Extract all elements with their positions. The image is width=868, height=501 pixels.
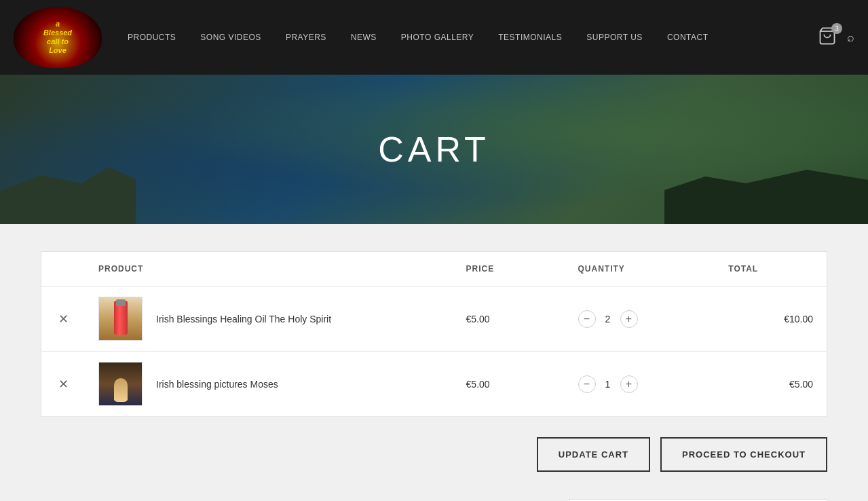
nav-item-contact[interactable]: CONTACT <box>655 33 721 42</box>
qty-increase-2[interactable]: + <box>620 375 638 393</box>
nav-item-testimonials[interactable]: TESTIMONIALS <box>486 33 574 42</box>
remove-cell-2: ✕ <box>41 352 86 417</box>
total-cell-1: €10.00 <box>715 286 827 352</box>
nav-item-support-us[interactable]: SUPPORT US <box>574 33 655 42</box>
qty-decrease-2[interactable]: − <box>578 375 596 393</box>
product-name-2: Irish blessing pictures Moses <box>156 379 278 390</box>
nav-right: 3 ⌕ <box>818 26 854 48</box>
price-cell-1: €5.00 <box>453 286 565 352</box>
cart-icon-button[interactable]: 3 <box>818 26 837 48</box>
nav-item-news[interactable]: NEWS <box>339 33 389 42</box>
cart-table: PRODUCT PRICE QUANTITY TOTAL ✕ Irish Ble… <box>41 251 827 417</box>
qty-value-2: 1 <box>603 379 614 390</box>
nav-item-song-videos[interactable]: SONG VIDEOS <box>188 33 273 42</box>
cart-row-2: ✕ Irish blessing pictures Moses €5.00 − … <box>41 352 827 417</box>
col-remove <box>41 252 86 286</box>
cart-count: 3 <box>831 23 842 34</box>
page-title: CART <box>378 129 490 170</box>
col-product: PRODUCT <box>85 252 453 286</box>
product-cell-1: Irish Blessings Healing Oil The Holy Spi… <box>85 286 453 352</box>
product-cell-2: Irish blessing pictures Moses <box>85 352 453 417</box>
price-cell-2: €5.00 <box>453 352 565 417</box>
search-icon[interactable]: ⌕ <box>847 31 854 45</box>
logo[interactable]: a Blessed call to Love <box>14 7 102 68</box>
update-cart-button[interactable]: UPDATE CART <box>537 437 650 472</box>
product-thumb-2 <box>98 362 143 406</box>
nav-item-products[interactable]: PRODUCTS <box>115 33 188 42</box>
col-total: TOTAL <box>715 252 827 286</box>
main-nav: PRODUCTS SONG VIDEOS PRAYERS NEWS PHOTO … <box>115 33 818 42</box>
col-price: PRICE <box>453 252 565 286</box>
hero-banner: CART <box>0 75 868 224</box>
qty-value-1: 2 <box>603 314 614 324</box>
proceed-to-checkout-button[interactable]: PROCEED To CHECKOUT <box>660 437 827 472</box>
remove-button-2[interactable]: ✕ <box>55 376 71 392</box>
remove-cell-1: ✕ <box>41 286 86 352</box>
product-name-1: Irish Blessings Healing Oil The Holy Spi… <box>156 314 331 324</box>
col-quantity: QUANTITY <box>565 252 715 286</box>
cart-row-1: ✕ Irish Blessings Healing Oil The Holy S… <box>41 286 827 352</box>
logo-text: a Blessed call to Love <box>43 20 72 56</box>
quantity-cell-1: − 2 + <box>565 286 715 352</box>
total-cell-2: €5.00 <box>715 352 827 417</box>
remove-button-1[interactable]: ✕ <box>55 311 71 327</box>
nav-item-prayers[interactable]: PRAYERS <box>273 33 339 42</box>
product-thumb-1 <box>98 297 143 341</box>
cart-actions: UPDATE CART PROCEED To CHECKOUT <box>41 437 827 472</box>
quantity-cell-2: − 1 + <box>565 352 715 417</box>
nav-item-photo-gallery[interactable]: PHOTO GALLERY <box>389 33 486 42</box>
qty-decrease-1[interactable]: − <box>578 310 596 328</box>
main-content: PRODUCT PRICE QUANTITY TOTAL ✕ Irish Ble… <box>0 224 868 501</box>
header: a Blessed call to Love PRODUCTS SONG VID… <box>0 0 868 75</box>
qty-increase-1[interactable]: + <box>620 310 638 328</box>
